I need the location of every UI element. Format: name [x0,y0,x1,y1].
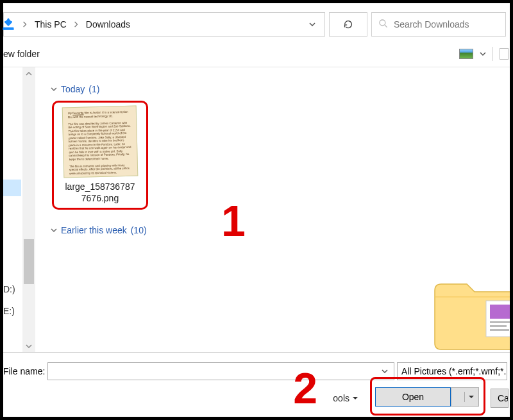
toolbar-divider [492,47,493,61]
refresh-button[interactable] [329,12,367,37]
nav-scrollbar[interactable] [22,67,35,353]
scroll-up-icon[interactable] [22,67,35,80]
tools-label: ools [333,393,349,403]
svg-line-2 [385,25,387,28]
nav-pane: D:) E:) [3,67,35,353]
svg-rect-7 [490,329,509,331]
svg-rect-6 [490,325,507,327]
dialog-frame: This PC Downloads Search Downloads ew fo… [0,0,513,420]
group-name: Earlier this week [61,225,127,235]
filename-row: File name: All Pictures (*.emf;*.wmf;*. [3,362,507,381]
chevron-right-icon [22,21,28,28]
dialog-buttons: ools Open Ca [333,385,509,412]
group-name: Today [61,84,85,94]
open-split-button[interactable] [451,387,479,407]
cancel-button-label: Ca [498,393,509,403]
nav-selected-item[interactable] [3,180,21,196]
nav-drive-d[interactable]: D:) [3,284,15,294]
downloads-arrow-icon [1,17,15,31]
open-button-wrap: Open [370,382,485,414]
separator [3,352,510,353]
scroll-thumb[interactable] [24,239,34,284]
chevron-down-icon [51,86,57,92]
annotation-2: 2 [293,363,317,413]
chevron-right-icon [73,21,80,28]
chevron-down-icon[interactable] [381,367,390,376]
file-type-filter[interactable]: All Pictures (*.emf;*.wmf;*. [397,362,507,380]
open-button[interactable]: Open [375,387,451,407]
filename-label: File name: [3,366,45,376]
svg-rect-0 [3,28,14,30]
search-icon [378,19,389,31]
caret-down-icon [352,395,358,401]
address-dropdown[interactable] [304,21,321,28]
filter-label: All Pictures (*.emf;*.wmf;*. [401,366,506,376]
filename-input[interactable] [47,362,394,380]
annotation-1: 1 [221,196,246,246]
svg-rect-4 [490,305,510,319]
group-count: (1) [88,84,99,94]
file-tile[interactable]: My favourite film is Avatar. It is a sci… [52,101,148,210]
group-header-earlier[interactable]: Earlier this week (10) [51,225,147,235]
address-box[interactable]: This PC Downloads [3,12,325,37]
breadcrumb-item-downloads[interactable]: Downloads [86,19,130,29]
group-header-today[interactable]: Today (1) [51,84,99,94]
open-button-label: Open [402,392,424,402]
breadcrumb-item-thispc[interactable]: This PC [35,19,67,29]
cancel-button[interactable]: Ca [491,389,509,408]
file-thumbnail: My favourite film is Avatar. It is a sci… [62,106,139,178]
svg-rect-5 [490,321,510,323]
search-input[interactable]: Search Downloads [371,12,506,37]
scroll-down-icon[interactable] [22,340,35,353]
new-folder-button[interactable]: ew folder [3,49,40,59]
search-placeholder: Search Downloads [394,19,469,29]
folder-icon[interactable] [416,271,510,353]
file-name-label: large_158736787 7676.png [65,181,135,204]
address-row: This PC Downloads Search Downloads [3,12,506,37]
tools-menu[interactable]: ools [333,393,358,403]
view-mode-dropdown[interactable] [480,49,486,59]
toolbar: ew folder [3,40,510,67]
group-count: (10) [131,225,147,235]
svg-point-1 [380,20,385,26]
preview-pane-icon[interactable] [500,48,509,60]
chevron-down-icon [51,227,57,233]
nav-drive-e[interactable]: E:) [3,306,15,316]
caret-down-icon [468,394,475,400]
view-mode-icon[interactable] [459,49,473,59]
file-list-pane[interactable]: Today (1) My favourite film is Avatar. I… [35,67,510,353]
